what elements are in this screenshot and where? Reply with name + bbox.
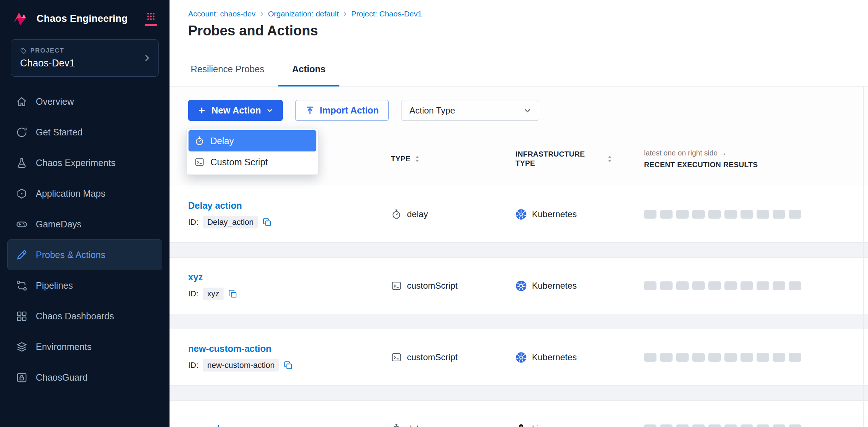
kubernetes-icon <box>515 352 527 363</box>
execution-result-placeholder <box>741 353 753 362</box>
script-icon <box>391 352 402 363</box>
action-type-select[interactable]: Action Type <box>401 100 539 121</box>
menu-item-delay[interactable]: Delay <box>189 130 316 151</box>
infrastructure-type-cell: Kubernetes <box>515 280 644 292</box>
sidebar-item-gamedays[interactable]: GameDays <box>7 209 162 239</box>
execution-result-placeholder <box>773 353 785 362</box>
chevron-down-icon <box>266 106 274 115</box>
sidebar-item-probes-actions[interactable]: Probes & Actions <box>7 239 162 270</box>
copy-icon[interactable] <box>283 361 293 370</box>
action-name-link[interactable]: awrvadv <box>188 424 225 427</box>
sidebar-item-chaosguard[interactable]: ChaosGuard <box>7 362 162 393</box>
action-name-link[interactable]: new-custom-action <box>188 343 271 354</box>
action-type-cell: customScript <box>391 352 515 363</box>
execution-result-placeholder <box>644 281 656 290</box>
stopwatch-icon <box>194 136 205 146</box>
action-id-chip: xyz <box>203 288 224 300</box>
recent-execution-results-cell <box>644 424 853 427</box>
module-accent-bar <box>145 24 157 26</box>
execution-result-placeholder <box>644 353 656 362</box>
latest-note: latest one on right side → <box>644 149 727 157</box>
action-type-cell: delay <box>391 423 515 427</box>
page-title: Probes and Actions <box>188 23 853 39</box>
column-header-type: TYPE <box>391 154 515 164</box>
sidebar: Chaos Engineering PROJECT Chaos-Dev1 Ove… <box>0 0 170 427</box>
recent-execution-results-cell <box>644 281 853 290</box>
app-title: Chaos Engineering <box>37 13 127 24</box>
execution-result-placeholder <box>773 210 785 219</box>
sidebar-item-pipelines[interactable]: Pipelines <box>7 270 162 301</box>
execution-result-placeholder <box>741 210 753 219</box>
execution-result-placeholder <box>757 210 769 219</box>
main-area: Account: chaos-dev › Organization: defau… <box>170 0 868 427</box>
flask-icon <box>16 157 28 169</box>
action-id-chip: Delay_action <box>203 216 258 228</box>
dashboards-icon <box>16 310 28 322</box>
infrastructure-type-cell: Kubernetes <box>515 209 644 220</box>
execution-result-placeholder <box>789 424 801 427</box>
hexagon-icon <box>16 188 28 200</box>
execution-result-placeholder <box>692 424 705 427</box>
action-id-chip: new-custom-action <box>203 359 279 372</box>
get-started-icon <box>16 126 28 138</box>
page-header: Account: chaos-dev › Organization: defau… <box>170 0 868 52</box>
table-row: xyz ID: xyz customScript Kubernetes <box>170 257 868 314</box>
execution-result-placeholder <box>789 281 801 290</box>
home-icon <box>16 96 28 108</box>
execution-result-placeholder <box>660 424 673 427</box>
execution-result-placeholder <box>644 424 656 427</box>
copy-icon[interactable] <box>262 218 272 227</box>
action-id-line: ID: Delay_action <box>188 216 391 228</box>
project-selector[interactable]: PROJECT Chaos-Dev1 <box>11 39 159 77</box>
action-name-link[interactable]: xyz <box>188 272 203 282</box>
sort-icon[interactable] <box>608 155 612 162</box>
execution-result-placeholder <box>789 353 801 362</box>
sidebar-item-chaos-dashboards[interactable]: Chaos Dashboards <box>7 301 162 331</box>
execution-result-placeholder <box>708 353 721 362</box>
execution-result-placeholder <box>708 210 721 219</box>
execution-result-placeholder <box>789 210 801 219</box>
sidebar-item-application-maps[interactable]: Application Maps <box>7 178 162 209</box>
breadcrumb-project-link[interactable]: Project: Chaos-Dev1 <box>351 9 422 18</box>
sort-icon[interactable] <box>415 155 420 162</box>
probe-pencil-icon <box>16 249 28 261</box>
toolbar: New Action Import Action Action Type <box>188 100 853 121</box>
module-switcher-grid-icon[interactable] <box>145 12 157 26</box>
app-root: Chaos Engineering PROJECT Chaos-Dev1 Ove… <box>0 0 868 427</box>
tag-icon <box>20 47 27 54</box>
new-action-dropdown-menu: Delay Custom Script <box>186 128 319 175</box>
action-type-cell: delay <box>391 209 515 220</box>
execution-result-placeholder <box>676 281 689 290</box>
action-type-cell: customScript <box>391 280 515 291</box>
execution-result-placeholder <box>692 281 705 290</box>
action-type-value: Action Type <box>410 105 455 116</box>
linux-icon <box>515 423 527 427</box>
breadcrumb-account-link[interactable]: Account: chaos-dev <box>188 9 255 18</box>
action-name-link[interactable]: Delay action <box>188 200 242 211</box>
sidebar-item-overview[interactable]: Overview <box>7 86 162 117</box>
sidebar-item-environments[interactable]: Environments <box>7 331 162 362</box>
execution-result-placeholder <box>724 281 737 290</box>
menu-item-custom-script[interactable]: Custom Script <box>189 151 316 173</box>
execution-result-placeholder <box>676 210 689 219</box>
copy-icon[interactable] <box>228 289 237 299</box>
breadcrumb-separator: › <box>343 9 346 18</box>
import-action-button[interactable]: Import Action <box>295 100 389 121</box>
sidebar-item-chaos-experiments[interactable]: Chaos Experiments <box>7 147 162 178</box>
tab-resilience-probes[interactable]: Resilience Probes <box>177 52 278 86</box>
gamepad-icon <box>16 218 28 230</box>
new-action-button[interactable]: New Action <box>188 100 283 121</box>
execution-result-placeholder <box>757 353 769 362</box>
stopwatch-icon <box>391 209 402 220</box>
execution-result-placeholder <box>692 210 705 219</box>
execution-result-placeholder <box>773 281 785 290</box>
execution-result-placeholder <box>660 281 673 290</box>
sidebar-nav: Overview Get Started Chaos Experiments A… <box>0 86 170 393</box>
sidebar-item-get-started[interactable]: Get Started <box>7 117 162 147</box>
breadcrumb-organization-link[interactable]: Organization: default <box>268 9 339 18</box>
sidebar-header: Chaos Engineering <box>0 0 170 36</box>
tab-actions[interactable]: Actions <box>278 52 340 86</box>
execution-result-placeholder <box>724 210 737 219</box>
action-id-line: ID: new-custom-action <box>188 359 391 372</box>
column-header-recent-results: latest one on right side → RECENT EXECUT… <box>644 149 853 169</box>
